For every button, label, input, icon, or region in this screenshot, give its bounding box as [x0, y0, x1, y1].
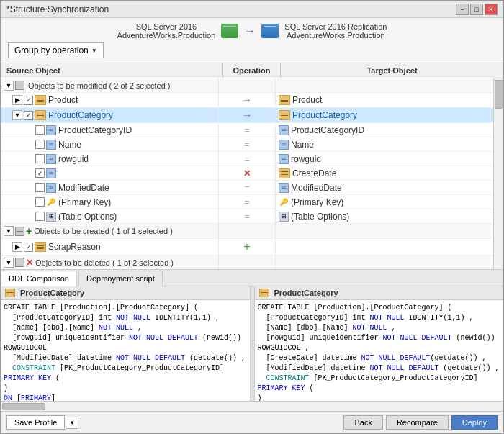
ddl-text: (getdate()) , — [439, 364, 500, 372]
checkbox-partial[interactable] — [15, 258, 24, 267]
equals-icon: = — [244, 125, 249, 135]
source-cell: ═ ModifiedDate — [1, 181, 218, 194]
table-row[interactable]: ═ Name = ═ Name — [1, 137, 493, 152]
table-row[interactable]: ▶ ScrapReason + — [1, 239, 493, 256]
checkbox-unchecked[interactable] — [35, 125, 45, 135]
expand-icon[interactable]: ▼ — [4, 258, 14, 268]
maximize-button[interactable]: □ — [470, 4, 483, 15]
expand-icon[interactable]: ▼ — [12, 110, 22, 120]
expand-icon[interactable]: ▼ — [4, 81, 14, 91]
close-button[interactable]: ✕ — [485, 4, 498, 15]
source-cell: ⊞ (Table Options) — [1, 209, 218, 223]
target-cell: ProductCategory — [276, 108, 493, 122]
expand-placeholder — [24, 212, 34, 222]
checkbox-partial[interactable] — [15, 81, 24, 90]
expand-icon[interactable]: ▶ — [12, 242, 22, 252]
equals-icon: = — [244, 154, 249, 164]
checkbox-checked[interactable] — [24, 96, 33, 105]
table-row[interactable]: ═ ✕ CreateDate — [1, 166, 493, 181]
row-label: Product — [292, 95, 322, 105]
checkbox-checked[interactable] — [35, 168, 45, 178]
table-icon — [279, 95, 290, 105]
tree-scroll-content: ▼ Objects to be modified ( 2 of 2 select… — [1, 78, 493, 269]
checkbox-unchecked[interactable] — [35, 140, 45, 149]
ddl-right-content[interactable]: CREATE TABLE [Production].[ProductCatego… — [255, 300, 504, 401]
expand-icon[interactable]: ▶ — [12, 95, 22, 105]
row-label: ScrapReason — [48, 242, 101, 252]
ddl-left-content[interactable]: CREATE TABLE [Production].[ProductCatego… — [1, 300, 250, 401]
group-operation-button[interactable]: Group by operation ▼ — [8, 42, 104, 58]
table-row[interactable]: ▼ ✕ Objects to be deleted ( 1 of 2 selec… — [1, 256, 493, 269]
table-row[interactable]: ═ rowguid = ═ rowguid — [1, 152, 493, 166]
target-cell: ═ Name — [276, 137, 493, 151]
table-row[interactable]: ═ ModifiedDate = ═ ModifiedDate — [1, 181, 493, 195]
row-label: Product — [48, 95, 78, 105]
ddl-text: PRIMARY KEY — [4, 374, 51, 382]
group-dropdown-icon: ▼ — [91, 48, 97, 54]
group-label: Objects to be modified ( 2 of 2 selected… — [28, 81, 171, 90]
table-row[interactable]: ═ ProductCategoryID = ═ ProductCategoryI… — [1, 123, 493, 137]
expand-placeholder — [24, 125, 34, 135]
ddl-text: CREATE TABLE [Production].[ProductCatego… — [258, 304, 452, 312]
table-row[interactable]: 🔑 (Primary Key) = 🔑 (Primary Key) — [1, 195, 493, 209]
checkbox-unchecked[interactable] — [35, 154, 45, 163]
back-button[interactable]: Back — [343, 415, 382, 430]
direction-arrow-icon: → — [244, 24, 256, 37]
checkbox-unchecked[interactable] — [35, 197, 45, 207]
arrow-right-icon: → — [242, 94, 252, 106]
ddl-right-title: ProductCategory — [274, 289, 338, 297]
checkbox-checked[interactable] — [24, 111, 33, 120]
equals-icon: = — [244, 197, 249, 207]
scroll-thumb[interactable] — [2, 403, 45, 410]
ddl-text: PRIMARY KEY — [258, 384, 305, 392]
target-cell — [276, 256, 493, 269]
op-cell: → — [218, 93, 276, 107]
target-cell: ═ ModifiedDate — [276, 181, 493, 194]
tree-body[interactable]: ▼ Objects to be modified ( 2 of 2 select… — [1, 78, 493, 269]
ddl-text: ON — [4, 394, 12, 401]
deploy-button[interactable]: Deploy — [451, 415, 498, 430]
horizontal-scrollbar[interactable] — [1, 401, 503, 411]
checkbox-unchecked[interactable] — [35, 183, 45, 192]
footer: Save Profile ▼ Back Recompare Deploy — [1, 411, 503, 433]
tab-ddl-comparison[interactable]: DDL Comparison — [1, 271, 77, 286]
expand-icon[interactable]: ▼ — [4, 226, 14, 236]
ddl-text: (getdate()) , — [185, 354, 246, 362]
ddl-text: NOT NULL — [116, 314, 155, 322]
checkbox-checked[interactable] — [24, 243, 33, 252]
delete-icon: ✕ — [26, 258, 33, 268]
vertical-scrollbar[interactable] — [493, 78, 503, 269]
title-bar-buttons: − □ ✕ — [456, 4, 498, 15]
source-db-icon — [221, 24, 238, 38]
ddl-text: NOT NULL DEFAULT — [383, 334, 452, 342]
op-cell: = — [218, 195, 276, 209]
checkbox-partial[interactable] — [15, 227, 24, 236]
source-cell: ═ ProductCategoryID — [1, 123, 218, 137]
scroll-thumb[interactable] — [495, 80, 503, 109]
save-profile-dropdown-button[interactable]: ▼ — [66, 417, 78, 429]
ddl-left-header: ProductCategory — [1, 286, 250, 300]
minimize-button[interactable]: − — [456, 4, 469, 15]
save-profile-button[interactable]: Save Profile — [6, 415, 65, 430]
ddl-text: NOT NULL DEFAULT — [129, 334, 198, 342]
recompare-button[interactable]: Recompare — [386, 415, 449, 430]
table-icon — [35, 242, 46, 252]
source-cell: ▶ ScrapReason — [1, 239, 218, 255]
ddl-text: ] — [51, 394, 55, 401]
table-row[interactable]: ▼ Objects to be modified ( 2 of 2 select… — [1, 78, 493, 93]
table-row[interactable]: ⊞ (Table Options) = ⊞ (Table Options) — [1, 209, 493, 224]
table-row[interactable]: ▶ Product → — [1, 93, 493, 108]
row-label: ProductCategory — [48, 110, 113, 120]
ddl-text: (getdate()) , — [431, 354, 487, 362]
ddl-text: [Name] [dbo].[Name] — [4, 324, 99, 332]
table-row[interactable]: ▼ ProductCategory → — [1, 108, 493, 123]
checkbox-unchecked[interactable] — [35, 212, 45, 221]
ddl-text: NOT NULL — [353, 324, 387, 332]
key-icon: 🔑 — [279, 197, 289, 207]
tab-deployment-script[interactable]: Depmoyment script — [78, 271, 163, 286]
source-db-block: SQL Server 2016 AdventureWorks.Productio… — [117, 22, 216, 40]
table-row[interactable]: ▼ + Objects to be created ( 1 of 1 selec… — [1, 224, 493, 239]
ddl-right-panel: ProductCategory CREATE TABLE [Production… — [255, 286, 504, 401]
main-window: *Structure Synchronization − □ ✕ SQL Ser… — [0, 0, 504, 434]
table-icon — [259, 289, 269, 297]
